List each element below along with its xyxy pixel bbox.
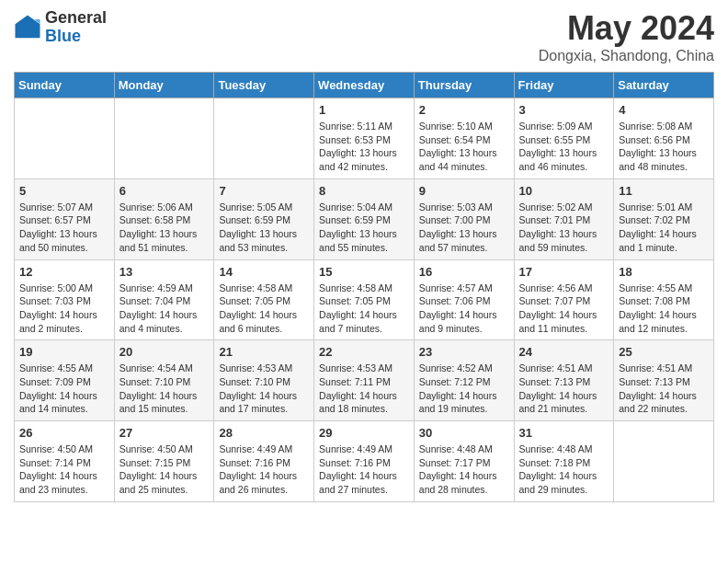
day-info: Sunrise: 5:03 AMSunset: 7:00 PMDaylight:… <box>419 201 509 255</box>
day-info: Sunrise: 4:56 AMSunset: 7:07 PMDaylight:… <box>519 282 609 336</box>
week-row-1: 1 Sunrise: 5:11 AMSunset: 6:53 PMDayligh… <box>15 98 714 179</box>
header-sunday: Sunday <box>15 73 115 98</box>
day-number: 26 <box>19 426 109 440</box>
day-info: Sunrise: 4:53 AMSunset: 7:10 PMDaylight:… <box>219 362 309 416</box>
day-info: Sunrise: 4:49 AMSunset: 7:16 PMDaylight:… <box>319 442 409 497</box>
day-number: 25 <box>619 345 709 359</box>
subtitle: Dongxia, Shandong, China <box>539 48 714 64</box>
day-info: Sunrise: 4:52 AMSunset: 7:12 PMDaylight:… <box>419 362 509 416</box>
day-info: Sunrise: 4:48 AMSunset: 7:17 PMDaylight:… <box>419 442 509 497</box>
cell-week2-day2: 7 Sunrise: 5:05 AMSunset: 6:59 PMDayligh… <box>214 178 314 259</box>
day-info: Sunrise: 4:55 AMSunset: 7:09 PMDaylight:… <box>19 362 109 416</box>
day-number: 14 <box>219 265 309 279</box>
cell-week5-day4: 30 Sunrise: 4:48 AMSunset: 7:17 PMDaylig… <box>414 421 514 502</box>
day-info: Sunrise: 4:57 AMSunset: 7:06 PMDaylight:… <box>419 282 509 336</box>
cell-week2-day4: 9 Sunrise: 5:03 AMSunset: 7:00 PMDayligh… <box>414 178 514 259</box>
cell-week3-day5: 17 Sunrise: 4:56 AMSunset: 7:07 PMDaylig… <box>514 259 614 340</box>
day-number: 13 <box>119 265 210 279</box>
cell-week5-day2: 28 Sunrise: 4:49 AMSunset: 7:16 PMDaylig… <box>214 421 314 502</box>
cell-week2-day6: 11 Sunrise: 5:01 AMSunset: 7:02 PMDaylig… <box>614 178 714 259</box>
day-info: Sunrise: 5:11 AMSunset: 6:53 PMDaylight:… <box>319 120 409 174</box>
week-row-4: 19 Sunrise: 4:55 AMSunset: 7:09 PMDaylig… <box>15 340 714 421</box>
day-number: 8 <box>319 184 409 198</box>
day-number: 20 <box>119 345 210 359</box>
day-info: Sunrise: 5:01 AMSunset: 7:02 PMDaylight:… <box>619 201 709 255</box>
logo-blue-text: Blue <box>45 28 107 46</box>
cell-week3-day3: 15 Sunrise: 4:58 AMSunset: 7:05 PMDaylig… <box>314 259 415 340</box>
svg-marker-0 <box>16 15 40 38</box>
cell-week3-day4: 16 Sunrise: 4:57 AMSunset: 7:06 PMDaylig… <box>414 259 514 340</box>
header-wednesday: Wednesday <box>314 73 415 98</box>
day-info: Sunrise: 4:54 AMSunset: 7:10 PMDaylight:… <box>119 362 210 416</box>
day-number: 11 <box>619 184 709 198</box>
day-number: 4 <box>619 103 709 117</box>
main-title: May 2024 <box>539 9 714 48</box>
day-info: Sunrise: 4:48 AMSunset: 7:18 PMDaylight:… <box>519 442 609 497</box>
cell-week4-day6: 25 Sunrise: 4:51 AMSunset: 7:13 PMDaylig… <box>614 340 714 421</box>
logo: General Blue <box>14 9 107 46</box>
cell-week4-day4: 23 Sunrise: 4:52 AMSunset: 7:12 PMDaylig… <box>414 340 514 421</box>
day-number: 21 <box>219 345 309 359</box>
day-number: 10 <box>519 184 609 198</box>
page-header: General Blue May 2024 Dongxia, Shandong,… <box>14 9 714 64</box>
day-number: 28 <box>219 426 309 440</box>
title-block: May 2024 Dongxia, Shandong, China <box>539 9 714 64</box>
logo-icon <box>14 14 41 41</box>
day-number: 18 <box>619 265 709 279</box>
cell-week4-day1: 20 Sunrise: 4:54 AMSunset: 7:10 PMDaylig… <box>114 340 214 421</box>
cell-week3-day1: 13 Sunrise: 4:59 AMSunset: 7:04 PMDaylig… <box>114 259 214 340</box>
week-row-3: 12 Sunrise: 5:00 AMSunset: 7:03 PMDaylig… <box>15 259 714 340</box>
logo-text: General Blue <box>45 9 107 46</box>
day-info: Sunrise: 5:05 AMSunset: 6:59 PMDaylight:… <box>219 201 309 255</box>
cell-week5-day3: 29 Sunrise: 4:49 AMSunset: 7:16 PMDaylig… <box>314 421 415 502</box>
cell-week4-day5: 24 Sunrise: 4:51 AMSunset: 7:13 PMDaylig… <box>514 340 614 421</box>
cell-week1-day6: 4 Sunrise: 5:08 AMSunset: 6:56 PMDayligh… <box>614 98 714 179</box>
week-row-5: 26 Sunrise: 4:50 AMSunset: 7:14 PMDaylig… <box>15 421 714 502</box>
day-info: Sunrise: 4:51 AMSunset: 7:13 PMDaylight:… <box>619 362 709 416</box>
header-row: SundayMondayTuesdayWednesdayThursdayFrid… <box>15 73 714 98</box>
calendar-table: SundayMondayTuesdayWednesdayThursdayFrid… <box>14 72 714 502</box>
logo-general-text: General <box>45 9 107 28</box>
day-info: Sunrise: 5:02 AMSunset: 7:01 PMDaylight:… <box>519 201 609 255</box>
day-number: 22 <box>319 345 409 359</box>
header-friday: Friday <box>514 73 614 98</box>
day-number: 16 <box>419 265 509 279</box>
day-info: Sunrise: 4:59 AMSunset: 7:04 PMDaylight:… <box>119 282 210 336</box>
day-number: 15 <box>319 265 409 279</box>
cell-week5-day0: 26 Sunrise: 4:50 AMSunset: 7:14 PMDaylig… <box>15 421 115 502</box>
cell-week4-day3: 22 Sunrise: 4:53 AMSunset: 7:11 PMDaylig… <box>314 340 415 421</box>
cell-week5-day1: 27 Sunrise: 4:50 AMSunset: 7:15 PMDaylig… <box>114 421 214 502</box>
cell-week2-day3: 8 Sunrise: 5:04 AMSunset: 6:59 PMDayligh… <box>314 178 415 259</box>
day-info: Sunrise: 5:07 AMSunset: 6:57 PMDaylight:… <box>19 201 109 255</box>
day-number: 23 <box>419 345 509 359</box>
day-info: Sunrise: 5:08 AMSunset: 6:56 PMDaylight:… <box>619 120 709 174</box>
day-info: Sunrise: 5:04 AMSunset: 6:59 PMDaylight:… <box>319 201 409 255</box>
day-info: Sunrise: 4:55 AMSunset: 7:08 PMDaylight:… <box>619 282 709 336</box>
cell-week5-day5: 31 Sunrise: 4:48 AMSunset: 7:18 PMDaylig… <box>514 421 614 502</box>
day-info: Sunrise: 4:50 AMSunset: 7:14 PMDaylight:… <box>19 442 109 497</box>
day-number: 5 <box>19 184 109 198</box>
cell-week1-day4: 2 Sunrise: 5:10 AMSunset: 6:54 PMDayligh… <box>414 98 514 179</box>
header-saturday: Saturday <box>614 73 714 98</box>
day-number: 3 <box>519 103 609 117</box>
day-number: 30 <box>419 426 509 440</box>
day-info: Sunrise: 5:00 AMSunset: 7:03 PMDaylight:… <box>19 282 109 336</box>
cell-week1-day3: 1 Sunrise: 5:11 AMSunset: 6:53 PMDayligh… <box>314 98 415 179</box>
day-number: 6 <box>119 184 210 198</box>
cell-week3-day2: 14 Sunrise: 4:58 AMSunset: 7:05 PMDaylig… <box>214 259 314 340</box>
day-info: Sunrise: 4:58 AMSunset: 7:05 PMDaylight:… <box>219 282 309 336</box>
cell-week2-day5: 10 Sunrise: 5:02 AMSunset: 7:01 PMDaylig… <box>514 178 614 259</box>
cell-week2-day0: 5 Sunrise: 5:07 AMSunset: 6:57 PMDayligh… <box>15 178 115 259</box>
day-number: 19 <box>19 345 109 359</box>
cell-week4-day2: 21 Sunrise: 4:53 AMSunset: 7:10 PMDaylig… <box>214 340 314 421</box>
cell-week1-day5: 3 Sunrise: 5:09 AMSunset: 6:55 PMDayligh… <box>514 98 614 179</box>
cell-week1-day2 <box>214 98 314 179</box>
day-number: 2 <box>419 103 509 117</box>
day-number: 31 <box>519 426 609 440</box>
cell-week5-day6 <box>614 421 714 502</box>
day-number: 12 <box>19 265 109 279</box>
cell-week1-day0 <box>15 98 115 179</box>
day-info: Sunrise: 5:06 AMSunset: 6:58 PMDaylight:… <box>119 201 210 255</box>
day-info: Sunrise: 4:53 AMSunset: 7:11 PMDaylight:… <box>319 362 409 416</box>
cell-week3-day0: 12 Sunrise: 5:00 AMSunset: 7:03 PMDaylig… <box>15 259 115 340</box>
